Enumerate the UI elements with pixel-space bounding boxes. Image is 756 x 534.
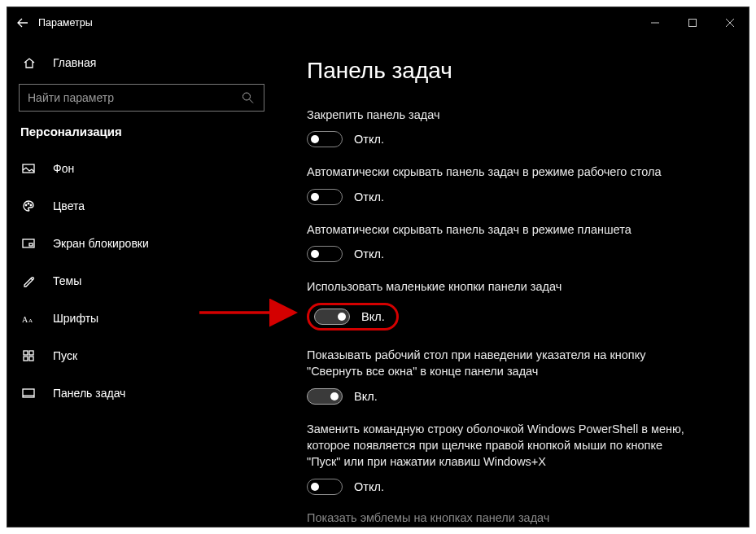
- setting-label: Использовать маленькие кнопки панели зад…: [307, 278, 697, 295]
- sidebar-item-lockscreen[interactable]: Экран блокировки: [7, 225, 276, 262]
- setting-row: Использовать маленькие кнопки панели зад…: [307, 278, 716, 330]
- toggle-switch[interactable]: [307, 189, 343, 205]
- setting-row: Заменить командную строку оболочкой Wind…: [307, 421, 716, 495]
- minimize-button[interactable]: [636, 10, 674, 36]
- sidebar-item-taskbar[interactable]: Панель задач: [7, 374, 276, 412]
- sidebar: Главная Персонализация Фон Цвета Экран б…: [7, 38, 276, 527]
- sidebar-item-label: Шрифты: [53, 312, 98, 325]
- sidebar-item-label: Экран блокировки: [53, 237, 149, 250]
- start-icon: [20, 349, 37, 362]
- setting-row: Показывать рабочий стол при наведении ук…: [307, 347, 716, 405]
- setting-label: Закрепить панель задач: [307, 107, 697, 123]
- svg-text:A: A: [28, 317, 33, 324]
- sidebar-item-background[interactable]: Фон: [7, 150, 276, 187]
- toggle-state-text: Вкл.: [361, 310, 385, 323]
- themes-icon: [20, 274, 37, 287]
- setting-label-cutoff: Показать эмблемы на кнопках панели задач: [307, 511, 716, 524]
- toggle-state-text: Откл.: [354, 133, 384, 146]
- annotation-highlight: Вкл.: [307, 303, 399, 330]
- maximize-button[interactable]: [674, 10, 711, 36]
- title-bar: Параметры: [7, 7, 749, 38]
- close-button[interactable]: [711, 10, 749, 36]
- toggle-switch[interactable]: [307, 131, 343, 147]
- svg-point-3: [25, 204, 27, 206]
- lockscreen-icon: [20, 237, 37, 250]
- svg-text:A: A: [22, 315, 28, 324]
- section-header: Персонализация: [7, 125, 276, 150]
- svg-rect-11: [29, 351, 33, 355]
- toggle-state-text: Откл.: [354, 480, 384, 493]
- search-box[interactable]: [19, 84, 264, 112]
- setting-row: Автоматически скрывать панель задач в ре…: [307, 221, 716, 262]
- fonts-icon: AA: [20, 313, 37, 324]
- toggle-switch[interactable]: [307, 246, 343, 262]
- home-label: Главная: [53, 56, 96, 69]
- setting-label: Показывать рабочий стол при наведении ук…: [307, 347, 697, 380]
- svg-point-5: [30, 204, 32, 206]
- taskbar-icon: [20, 387, 37, 400]
- search-input[interactable]: [28, 91, 256, 104]
- svg-point-4: [28, 203, 29, 204]
- window-title: Параметры: [38, 17, 93, 28]
- sidebar-item-fonts[interactable]: AA Шрифты: [7, 300, 276, 337]
- back-button[interactable]: [7, 17, 38, 28]
- svg-point-1: [243, 93, 251, 100]
- sidebar-item-label: Панель задач: [53, 387, 125, 400]
- toggle-switch[interactable]: [314, 309, 350, 325]
- sidebar-item-start[interactable]: Пуск: [7, 337, 276, 374]
- toggle-state-text: Вкл.: [354, 390, 378, 403]
- toggle-switch[interactable]: [307, 479, 343, 495]
- home-icon: [20, 56, 38, 69]
- settings-window: Параметры Главная Персонализация: [7, 7, 749, 527]
- toggle-switch[interactable]: [307, 388, 343, 405]
- window-controls: [636, 10, 749, 36]
- toggle-state-text: Откл.: [354, 190, 384, 204]
- setting-label: Заменить командную строку оболочкой Wind…: [307, 421, 697, 471]
- page-title: Панель задач: [307, 58, 716, 84]
- sidebar-item-label: Фон: [53, 162, 74, 175]
- svg-rect-13: [29, 357, 33, 361]
- sidebar-item-label: Цвета: [53, 199, 85, 212]
- svg-rect-10: [24, 351, 28, 355]
- palette-icon: [20, 199, 37, 212]
- picture-icon: [20, 162, 37, 175]
- home-link[interactable]: Главная: [7, 46, 276, 79]
- sidebar-item-colors[interactable]: Цвета: [7, 187, 276, 225]
- svg-rect-7: [29, 243, 33, 246]
- svg-rect-0: [689, 20, 697, 27]
- sidebar-item-label: Темы: [53, 274, 81, 287]
- setting-label: Автоматически скрывать панель задач в ре…: [307, 164, 697, 180]
- setting-row: Автоматически скрывать панель задач в ре…: [307, 164, 716, 204]
- setting-label: Автоматически скрывать панель задач в ре…: [307, 221, 697, 238]
- search-icon: [242, 92, 254, 104]
- sidebar-item-themes[interactable]: Темы: [7, 262, 276, 300]
- sidebar-item-label: Пуск: [53, 349, 77, 362]
- setting-row: Закрепить панель задачОткл.: [307, 107, 716, 147]
- svg-rect-12: [24, 357, 28, 361]
- toggle-state-text: Откл.: [354, 247, 384, 260]
- content-pane: Панель задач Закрепить панель задачОткл.…: [276, 38, 749, 527]
